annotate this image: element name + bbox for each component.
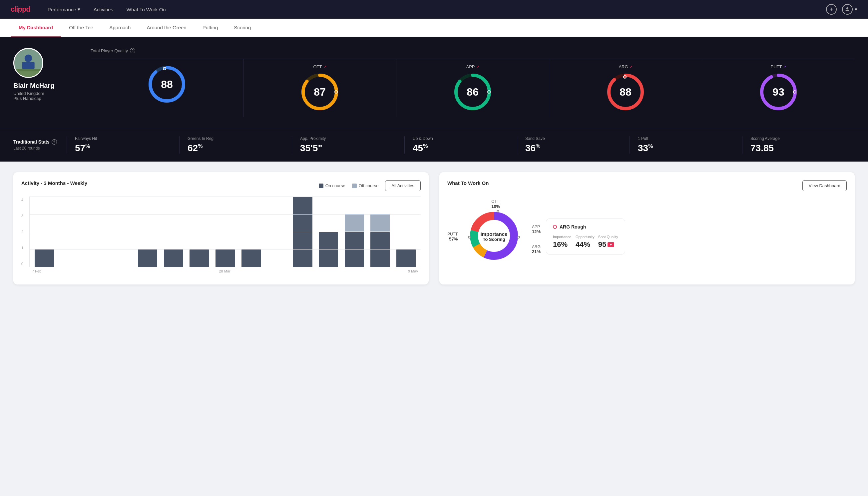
gauge-label-ott: OTT ↗ bbox=[313, 64, 327, 69]
stats-sub-label: Last 20 rounds bbox=[13, 146, 67, 151]
gauge-circle-arg: 88 bbox=[605, 72, 646, 112]
y-label-1: 1 bbox=[21, 246, 27, 250]
player-country: United Kingdom bbox=[13, 91, 44, 96]
gauge-total: 88 bbox=[91, 59, 243, 117]
add-button[interactable]: + bbox=[826, 4, 837, 15]
player-name: Blair McHarg bbox=[13, 82, 54, 90]
stat-app-proximity: App. Proximity 35'5" bbox=[292, 136, 404, 154]
gauge-value-app: 86 bbox=[467, 86, 479, 98]
y-label-4: 4 bbox=[21, 198, 27, 202]
quality-help-icon[interactable]: ? bbox=[130, 48, 135, 53]
player-handicap: Plus Handicap bbox=[13, 96, 41, 101]
bar-on-course-7 bbox=[216, 249, 235, 267]
svg-rect-8 bbox=[14, 71, 42, 77]
wtwo-title: What To Work On bbox=[447, 180, 489, 186]
y-label-2: 2 bbox=[21, 230, 27, 234]
activity-chart-title: Activity - 3 Months - Weekly bbox=[21, 180, 87, 186]
donut-center-text: Importance To Scoring bbox=[480, 231, 508, 242]
x-axis: 7 Feb 28 Mar 9 May bbox=[21, 267, 421, 273]
gauge-value-ott: 87 bbox=[314, 86, 326, 98]
stats-help-icon[interactable]: ? bbox=[52, 139, 57, 144]
bar-on-course-8 bbox=[241, 249, 261, 267]
chart-legend: Activity - 3 Months - Weekly On course O… bbox=[21, 180, 421, 191]
info-card-title: ARG Rough bbox=[553, 224, 618, 230]
x-label-9may: 9 May bbox=[408, 269, 418, 273]
view-dashboard-button[interactable]: View Dashboard bbox=[802, 180, 847, 191]
nav-right-section: + ▾ bbox=[826, 4, 857, 15]
nav-what-to-work-on[interactable]: What To Work On bbox=[125, 7, 167, 12]
all-activities-button[interactable]: All Activities bbox=[385, 180, 421, 191]
stat-sand-save: Sand Save 36% bbox=[517, 136, 630, 154]
tab-bar: My Dashboard Off the Tee Approach Around… bbox=[0, 19, 868, 37]
top-navigation: clippd Performance ▾ Activities What To … bbox=[0, 0, 868, 19]
legend-dot-on-course bbox=[319, 184, 323, 188]
bar-off-course-13 bbox=[370, 214, 390, 232]
user-menu[interactable]: ▾ bbox=[842, 4, 857, 15]
nav-performance[interactable]: Performance ▾ bbox=[46, 6, 82, 12]
y-label-0: 0 bbox=[21, 262, 27, 266]
x-label-7feb: 7 Feb bbox=[32, 269, 41, 273]
donut-label-ott: OTT 10% bbox=[491, 199, 500, 209]
shot-quality-badge: ▼ bbox=[607, 242, 614, 247]
gauge-value-arg: 88 bbox=[619, 86, 632, 98]
tab-approach[interactable]: Approach bbox=[101, 19, 139, 37]
gauge-app: APP ↗ 86 bbox=[396, 59, 549, 117]
legend-on-course: On course bbox=[319, 183, 345, 188]
gauge-circle-app: 86 bbox=[453, 72, 493, 112]
tab-my-dashboard[interactable]: My Dashboard bbox=[11, 19, 61, 37]
legend-dot-off-course bbox=[352, 184, 357, 188]
stat-greens-in-reg: Greens In Reg 62% bbox=[179, 136, 292, 154]
gauge-putt: PUTT ↗ 93 bbox=[702, 59, 855, 117]
gauge-label-app: APP ↗ bbox=[466, 64, 479, 69]
y-label-3: 3 bbox=[21, 214, 27, 218]
main-content: Activity - 3 Months - Weekly On course O… bbox=[0, 161, 868, 295]
tab-off-the-tee[interactable]: Off the Tee bbox=[61, 19, 101, 37]
wtwo-header: What To Work On View Dashboard bbox=[447, 180, 847, 191]
info-metric-shot-quality: Shot Quality 95 ▼ bbox=[598, 235, 618, 249]
gauge-circle-ott: 87 bbox=[300, 72, 340, 112]
user-avatar-icon bbox=[842, 4, 853, 15]
donut-label-app: APP 12% bbox=[532, 224, 541, 234]
activity-card: Activity - 3 Months - Weekly On course O… bbox=[13, 172, 429, 284]
svg-rect-5 bbox=[22, 62, 24, 69]
gauge-label-arg: ARG ↗ bbox=[618, 64, 632, 69]
info-card: ARG Rough Importance 16% Opportunity 44% bbox=[546, 218, 625, 254]
info-metric-importance: Importance 16% bbox=[553, 235, 573, 249]
wtwo-body: PUTT 57% OTT 10% APP 12% ARG bbox=[447, 197, 847, 277]
gauge-circle-putt: 93 bbox=[758, 72, 799, 112]
stat-up-down: Up & Down 45% bbox=[404, 136, 517, 154]
stats-label-col: Traditional Stats ? Last 20 rounds bbox=[13, 139, 67, 151]
gauges-row: 88 OTT ↗ 87 bbox=[91, 59, 855, 117]
gauge-value-total: 88 bbox=[161, 78, 173, 91]
what-to-work-on-card: What To Work On View Dashboard PUTT 57% … bbox=[439, 172, 855, 284]
info-metric-opportunity: Opportunity 44% bbox=[575, 235, 596, 249]
player-avatar bbox=[13, 48, 43, 78]
donut-label-putt: PUTT 57% bbox=[447, 232, 458, 242]
gauge-ott: OTT ↗ 87 bbox=[243, 59, 396, 117]
tab-around-the-green[interactable]: Around the Green bbox=[139, 19, 194, 37]
bar-off-course-12 bbox=[345, 214, 364, 232]
gauge-label-putt: PUTT ↗ bbox=[771, 64, 786, 69]
tab-putting[interactable]: Putting bbox=[194, 19, 226, 37]
bar-on-course-0 bbox=[35, 249, 54, 267]
bar-on-course-5 bbox=[164, 249, 183, 267]
info-metrics: Importance 16% Opportunity 44% Shot Qual… bbox=[553, 235, 618, 249]
stat-fairways-hit: Fairways Hit 57% bbox=[67, 136, 179, 154]
svg-point-0 bbox=[846, 7, 848, 9]
bar-on-course-6 bbox=[190, 249, 209, 267]
svg-point-3 bbox=[25, 55, 32, 62]
stats-bar: Traditional Stats ? Last 20 rounds Fairw… bbox=[0, 128, 868, 161]
bar-on-course-14 bbox=[396, 249, 416, 267]
info-dot-icon bbox=[553, 225, 557, 229]
gauge-value-putt: 93 bbox=[772, 86, 784, 98]
svg-rect-6 bbox=[32, 62, 34, 69]
legend-items: On course Off course All Activities bbox=[319, 180, 421, 191]
bar-chart: 0 1 2 3 4 bbox=[21, 197, 421, 273]
tab-scoring[interactable]: Scoring bbox=[226, 19, 259, 37]
stat-scoring-average: Scoring Average 73.85 bbox=[742, 136, 855, 154]
stat-1-putt: 1 Putt 33% bbox=[630, 136, 742, 154]
player-info: Blair McHarg United Kingdom Plus Handica… bbox=[13, 48, 80, 101]
gauge-circle-total: 88 bbox=[147, 64, 187, 104]
nav-activities[interactable]: Activities bbox=[92, 7, 114, 12]
app-logo[interactable]: clippd bbox=[11, 5, 30, 14]
